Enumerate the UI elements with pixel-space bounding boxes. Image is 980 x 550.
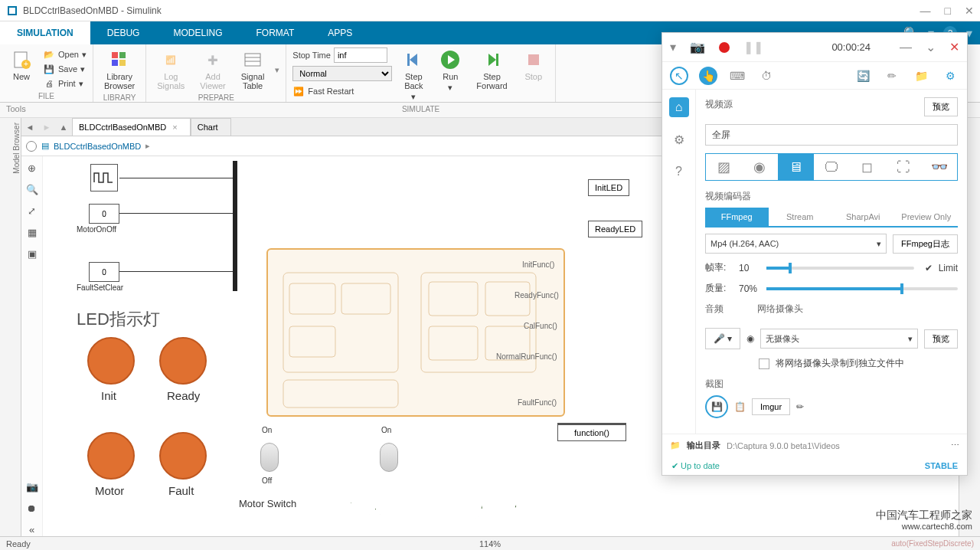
quality-slider[interactable] (766, 287, 958, 290)
initled-outport[interactable]: InitLED (588, 179, 629, 196)
source-value[interactable]: 全屏 (705, 124, 958, 146)
rec-close-icon[interactable]: ✕ (949, 40, 959, 54)
doc-tab-2[interactable]: Chart (191, 118, 231, 136)
tab-modeling[interactable]: MODELING (156, 21, 239, 44)
stoptime-input[interactable] (334, 47, 387, 63)
sim-mode-select[interactable]: Normal (292, 66, 392, 81)
minimize-button[interactable]: — (920, 5, 931, 17)
led-motor[interactable] (87, 432, 135, 480)
led-init[interactable] (87, 337, 135, 385)
expand-icon[interactable]: « (25, 522, 39, 536)
fault-switch[interactable] (380, 443, 398, 472)
open-button[interactable]: 📂Open ▾ (43, 47, 87, 61)
save-disk-icon[interactable]: 💾 (705, 395, 728, 418)
enc-tab-sharpavi[interactable]: SharpAvi (831, 208, 895, 226)
record-button[interactable] (719, 42, 730, 53)
src-screen-icon[interactable]: 🖥 (778, 154, 814, 180)
codec-select[interactable]: Mp4 (H.264, AAC)▾ (705, 234, 887, 254)
motor-switch[interactable] (260, 443, 279, 472)
doc-tab-1[interactable]: BLDCctrlBasedOnMBD× (72, 118, 191, 136)
tab-simulation[interactable]: SIMULATION (0, 21, 90, 44)
display-icon[interactable]: ▦ (25, 225, 39, 239)
enc-tab-preview[interactable]: Preview Only (895, 208, 959, 226)
mux-block[interactable] (233, 161, 237, 291)
model-icon[interactable] (26, 141, 37, 152)
limit-checkbox-label[interactable]: Limit (939, 263, 958, 273)
step-back-button[interactable]: Step Back ▾ (398, 47, 429, 103)
breadcrumb-text[interactable]: BLDCctrlBasedOnMBD (54, 142, 141, 151)
webcam-select[interactable]: 无摄像头▾ (760, 329, 918, 349)
src-monitor-icon[interactable]: 🖵 (814, 154, 850, 180)
nav-up-button[interactable]: ▲ (55, 123, 72, 132)
cursor-icon[interactable]: ↖ (670, 67, 688, 85)
mic-button[interactable]: 🎤 ▾ (705, 328, 740, 349)
add-viewer-button[interactable]: ➕Add Viewer (195, 47, 230, 92)
rec-screenshot-icon[interactable]: 📷 (690, 40, 705, 54)
nav-back-button[interactable]: ◄ (21, 123, 38, 132)
library-browser-button[interactable]: Library Browser (100, 47, 139, 92)
record-icon[interactable]: ⏺ (25, 501, 39, 515)
src-none-icon[interactable]: ▨ (706, 154, 742, 180)
src-webcam-icon[interactable]: ◉ (742, 154, 778, 180)
rec-collapse-icon[interactable]: ▾ (670, 40, 676, 54)
keyboard-icon[interactable]: ⌨ (728, 67, 746, 85)
preview-button[interactable]: 预览 (924, 97, 958, 116)
rec-minimize-icon[interactable]: — (900, 41, 912, 54)
fault-const-block[interactable]: 0 (89, 262, 119, 282)
stop-button[interactable]: Stop (518, 47, 549, 83)
webcam-preview-button[interactable]: 预览 (924, 329, 958, 349)
zoom-in-icon[interactable]: 🔍 (25, 182, 39, 196)
clipboard-icon[interactable]: 📋 (734, 401, 746, 412)
fit-icon[interactable]: ⤢ (25, 204, 39, 218)
output-folder-icon[interactable]: 📁 (670, 440, 681, 450)
model-browser-rail[interactable]: Model Browser (0, 118, 21, 536)
pencil-icon[interactable]: ✏ (883, 67, 901, 85)
zoom-fit-icon[interactable]: ⊕ (25, 161, 39, 175)
enc-tab-stream[interactable]: Stream (769, 208, 832, 226)
src-game-icon[interactable]: 👓 (921, 154, 957, 180)
readyled-outport[interactable]: ReadyLED (588, 221, 642, 237)
close-tab-icon[interactable]: × (172, 123, 177, 132)
screenshot-icon[interactable]: 📷 (25, 480, 39, 493)
ffmpeg-log-button[interactable]: FFmpeg日志 (893, 234, 958, 254)
rec-nav-settings-icon[interactable]: ⚙ (669, 129, 689, 149)
tab-apps[interactable]: APPS (311, 21, 369, 44)
refresh-icon[interactable]: 🔄 (854, 67, 872, 85)
stateflow-chart-block[interactable] (266, 248, 565, 417)
rec-nav-help-icon[interactable]: ? (669, 162, 689, 182)
function-block[interactable]: function() (557, 423, 626, 441)
fps-slider[interactable] (766, 267, 914, 270)
new-button[interactable]: + New (6, 47, 37, 83)
nav-fwd-button[interactable]: ► (38, 123, 55, 132)
signal-table-button[interactable]: Signal Table (237, 47, 270, 92)
tab-debug[interactable]: DEBUG (90, 21, 157, 44)
edit-icon[interactable]: ✏ (796, 401, 804, 412)
close-button[interactable]: ✕ (965, 5, 974, 17)
log-signals-button[interactable]: 📶Log Signals (152, 47, 189, 92)
pause-button[interactable]: ❚❚ (743, 40, 763, 54)
maximize-button[interactable]: □ (945, 5, 951, 17)
settings-icon[interactable]: ⚙ (941, 67, 959, 85)
led-ready[interactable] (159, 337, 207, 385)
rec-nav-home-icon[interactable]: ⌂ (669, 97, 689, 117)
webcam-separate-checkbox[interactable] (759, 358, 769, 369)
click-icon[interactable]: 👆 (699, 67, 717, 85)
step-forward-button[interactable]: Step Forward (472, 47, 511, 92)
led-fault[interactable] (159, 432, 207, 480)
folder-icon[interactable]: 📁 (912, 67, 930, 85)
enc-tab-ffmpeg[interactable]: FFmpeg (705, 208, 769, 226)
src-region-icon[interactable]: ⛶ (885, 154, 921, 180)
print-button[interactable]: 🖨Print ▾ (43, 77, 87, 90)
tab-format[interactable]: FORMAT (239, 21, 311, 44)
timer-icon[interactable]: ⏱ (757, 67, 776, 85)
pulse-gen-block[interactable] (90, 164, 118, 192)
rec-expand-icon[interactable]: ⌄ (926, 40, 936, 54)
motoronoff-const-block[interactable]: 0 (89, 204, 119, 224)
zoom-level[interactable]: 114% (479, 539, 501, 548)
src-window-icon[interactable]: ◻ (849, 154, 885, 180)
annotate-icon[interactable]: ▣ (25, 247, 39, 260)
save-button[interactable]: 💾Save ▾ (43, 62, 87, 76)
output-more-icon[interactable]: ⋯ (951, 440, 959, 450)
run-button[interactable]: Run ▾ (435, 47, 466, 94)
output-path-input[interactable] (727, 441, 945, 450)
